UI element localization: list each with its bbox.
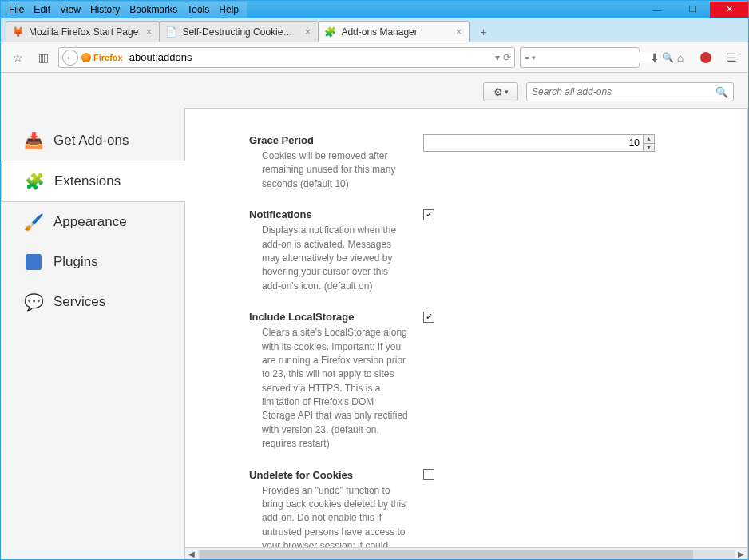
notifications-checkbox[interactable]: ✓ <box>423 209 434 220</box>
scroll-right-icon[interactable]: ▶ <box>735 550 747 558</box>
maximize-button[interactable]: ☐ <box>675 2 710 18</box>
window-titlebar: File Edit View History Bookmarks Tools H… <box>1 1 748 18</box>
pref-undelete-cookies: Undelete for Cookies Provides an "undo" … <box>249 463 728 547</box>
home-icon[interactable]: ⌂ <box>670 47 691 68</box>
url-input[interactable] <box>126 50 492 65</box>
category-sidebar: 📥 Get Add-ons 🧩 Extensions 🖌️ Appearance… <box>1 108 184 560</box>
puzzle-icon: 🧩 <box>323 26 336 38</box>
menu-bar: File Edit View History Bookmarks Tools H… <box>1 2 247 18</box>
menu-bookmarks[interactable]: Bookmarks <box>125 3 182 16</box>
addon-search-bar[interactable]: 🔍 <box>526 82 734 101</box>
pref-desc: Displays a notification when the add-on … <box>262 224 409 293</box>
lego-icon <box>23 252 44 272</box>
speech-bubble-icon: 💬 <box>23 292 44 312</box>
scroll-thumb[interactable] <box>200 550 693 559</box>
identity-badge[interactable]: Firefox <box>81 53 123 62</box>
gear-icon: ⚙ <box>493 86 503 98</box>
scroll-track[interactable] <box>198 550 735 559</box>
menu-file[interactable]: File <box>4 3 29 16</box>
addons-toolbar: ⚙▾ 🔍 <box>1 73 748 108</box>
generic-icon: 📄 <box>164 26 177 38</box>
url-bar[interactable]: ← Firefox ▾ ⟳ <box>58 47 515 68</box>
chevron-down-icon[interactable]: ▾ <box>532 54 536 62</box>
close-icon[interactable]: × <box>302 26 313 38</box>
menu-edit[interactable]: Edit <box>29 3 55 16</box>
download-box-icon: 📥 <box>23 130 44 151</box>
reload-icon[interactable]: ⟳ <box>503 52 511 63</box>
sidebar-item-label: Appearance <box>54 214 127 230</box>
spinner[interactable]: ▲▼ <box>643 135 654 151</box>
scroll-left-icon[interactable]: ◀ <box>185 550 198 558</box>
dropdown-icon[interactable]: ▾ <box>495 52 500 63</box>
menu-history[interactable]: History <box>85 3 125 16</box>
search-icon[interactable]: 🔍 <box>715 86 728 98</box>
tab-self-destructing[interactable]: 📄 Self-Destructing Cookies -- Sur... × <box>159 21 319 42</box>
sidebar-item-plugins[interactable]: Plugins <box>1 242 184 282</box>
pref-desc: Clears a site's LocalStorage along with … <box>262 326 409 451</box>
sidebar-item-label: Services <box>54 294 105 310</box>
new-tab-button[interactable]: + <box>472 22 494 42</box>
pref-title: Include LocalStorage <box>249 311 409 323</box>
menu-icon[interactable]: ☰ <box>721 47 742 68</box>
localstorage-checkbox[interactable]: ✓ <box>423 312 434 323</box>
downloads-icon[interactable]: ⬇ <box>644 47 665 68</box>
sidebar-item-get-addons[interactable]: 📥 Get Add-ons <box>1 121 184 161</box>
pref-title: Grace Period <box>249 134 409 146</box>
undelete-checkbox[interactable] <box>423 469 434 480</box>
minimize-button[interactable]: — <box>640 2 675 18</box>
bookmark-star-icon[interactable]: ☆ <box>7 47 28 68</box>
close-icon[interactable]: × <box>143 26 154 38</box>
preferences-scroll[interactable]: Grace Period Cookies will be removed aft… <box>185 109 747 547</box>
spin-down-icon[interactable]: ▼ <box>643 144 654 152</box>
addons-manager-page: ⚙▾ 🔍 📥 Get Add-ons 🧩 Extensions 🖌️ Appea… <box>1 73 748 560</box>
sidebar-toggle-icon[interactable]: ▥ <box>33 47 54 68</box>
tab-label: Self-Destructing Cookies -- Sur... <box>182 26 297 38</box>
menu-help[interactable]: Help <box>214 3 244 16</box>
search-input[interactable] <box>539 52 659 63</box>
tab-label: Mozilla Firefox Start Page <box>29 26 138 38</box>
pref-include-localstorage: Include LocalStorage Clears a site's Loc… <box>249 304 728 463</box>
sidebar-item-extensions[interactable]: 🧩 Extensions <box>1 161 185 202</box>
tools-gear-button[interactable]: ⚙▾ <box>483 82 518 101</box>
tab-label: Add-ons Manager <box>341 26 448 38</box>
tab-strip: 🦊 Mozilla Firefox Start Page × 📄 Self-De… <box>1 18 748 42</box>
firefox-icon: 🦊 <box>11 26 24 38</box>
pref-grace-period: Grace Period Cookies will be removed aft… <box>249 128 728 202</box>
pref-desc: Cookies will be removed after remaining … <box>262 149 409 191</box>
page-icon: ▫ <box>525 52 529 63</box>
pref-notifications: Notifications Displays a notification wh… <box>249 202 728 304</box>
close-icon[interactable]: × <box>453 26 464 38</box>
tab-firefox-start[interactable]: 🦊 Mozilla Firefox Start Page × <box>6 21 160 42</box>
addon-search-input[interactable] <box>532 86 715 97</box>
tab-addons-manager[interactable]: 🧩 Add-ons Manager × <box>318 21 470 42</box>
menu-tools[interactable]: Tools <box>182 3 214 16</box>
spin-up-icon[interactable]: ▲ <box>643 135 654 144</box>
sidebar-item-label: Get Add-ons <box>54 133 129 149</box>
sidebar-item-appearance[interactable]: 🖌️ Appearance <box>1 202 184 242</box>
search-bar[interactable]: ▫ ▾ 🔍 <box>520 47 640 68</box>
pref-title: Notifications <box>249 209 409 220</box>
addon-badge-icon[interactable] <box>696 47 716 68</box>
nav-toolbar: ☆ ▥ ← Firefox ▾ ⟳ ▫ ▾ 🔍 ⬇ ⌂ ☰ <box>1 42 748 73</box>
pref-desc: Provides an "undo" function to bring bac… <box>262 484 409 547</box>
horizontal-scrollbar[interactable]: ◀ ▶ <box>185 547 747 560</box>
back-button[interactable]: ← <box>62 50 78 66</box>
paintbrush-icon: 🖌️ <box>23 212 44 232</box>
menu-view[interactable]: View <box>55 3 85 16</box>
sidebar-item-label: Extensions <box>54 173 121 189</box>
chevron-down-icon: ▾ <box>505 88 509 96</box>
grace-period-input[interactable] <box>423 134 655 152</box>
close-button[interactable]: ✕ <box>710 2 748 18</box>
sidebar-item-label: Plugins <box>54 254 98 270</box>
puzzle-icon: 🧩 <box>24 171 45 192</box>
window-controls: — ☐ ✕ <box>640 2 748 18</box>
preferences-panel: Grace Period Cookies will be removed aft… <box>184 108 748 560</box>
pref-title: Undelete for Cookies <box>249 469 409 481</box>
sidebar-item-services[interactable]: 💬 Services <box>1 282 184 322</box>
